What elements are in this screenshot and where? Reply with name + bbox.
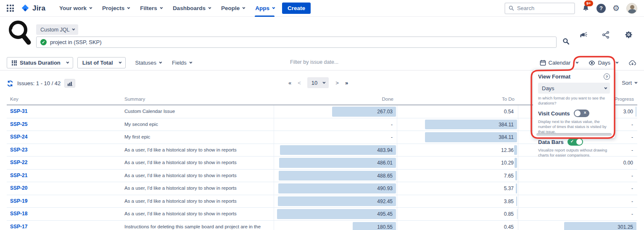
done-duration-cell: - (274, 118, 397, 131)
inprogress-duration-cell: 301.25 (518, 221, 637, 230)
todo-duration-cell: 5.37 (397, 182, 518, 195)
jira-logo[interactable]: Jira (21, 4, 45, 13)
issue-key-link[interactable]: SSP-20 (10, 185, 27, 191)
issue-date-filter-input[interactable]: Filter by issue date... (290, 59, 338, 65)
nav-item-dashboards[interactable]: Dashboards (168, 0, 215, 17)
issue-key-link[interactable]: SSP-19 (10, 198, 27, 204)
column-header-done[interactable]: Done (274, 95, 397, 105)
help-button[interactable]: ? (596, 4, 606, 13)
pagination-next-button[interactable]: > (335, 80, 338, 86)
todo-data-bar (516, 183, 517, 193)
todo-data-bar (517, 209, 517, 219)
todo-data-bar (515, 158, 517, 168)
issue-key-link[interactable]: SSP-21 (10, 172, 27, 178)
jql-valid-icon: ✓ (40, 39, 47, 45)
nav-item-your-work[interactable]: Your work (55, 0, 96, 17)
issue-key-link[interactable]: SSP-18 (10, 211, 27, 217)
issue-summary: As a user, I'd like a historical story t… (121, 195, 274, 208)
issue-summary: As a user, I'd like a historical story t… (121, 157, 274, 169)
chevron-down-icon (208, 6, 211, 9)
calendar-dropdown[interactable]: Calendar (536, 58, 582, 68)
cloud-sync-icon[interactable] (624, 58, 637, 68)
report-type-dropdown[interactable]: Status Duration (7, 57, 73, 68)
todo-data-bar (514, 145, 517, 155)
column-header-key[interactable]: Key (7, 95, 121, 105)
view-format-select[interactable]: Days (538, 83, 610, 94)
create-button[interactable]: Create (282, 3, 311, 14)
done-duration-cell: 486.01 (274, 157, 397, 169)
chevron-down-icon (604, 86, 607, 89)
announcement-megaphone-icon[interactable] (578, 30, 587, 39)
panel-scrollbar[interactable] (536, 133, 612, 136)
issue-key-link[interactable]: SSP-31 (10, 108, 27, 114)
pagination-last-button[interactable]: » (345, 80, 348, 86)
statuses-dropdown[interactable]: Statuses (130, 60, 167, 66)
settings-gear-icon[interactable]: ⚙ (612, 4, 620, 12)
inprogress-duration-cell: - (518, 170, 637, 182)
brand-name: Jira (32, 4, 45, 13)
column-header-todo[interactable]: To Do (397, 95, 518, 105)
nav-item-people[interactable]: People (216, 0, 249, 17)
share-icon[interactable] (602, 31, 610, 39)
jql-input[interactable]: ✓ project in (SSP, SKP) (36, 37, 557, 48)
query-mode-dropdown[interactable]: Custom JQL (36, 24, 78, 35)
visit-counts-help-text: Display next to the status value, the nu… (538, 119, 610, 134)
todo-duration-cell: 10.29 (397, 157, 518, 169)
chevron-down-icon (72, 28, 75, 31)
issue-key-link[interactable]: SSP-25 (10, 121, 27, 127)
inprogress-duration-cell: - (518, 208, 637, 220)
sort-dropdown[interactable]: Sort (622, 80, 636, 86)
chevron-down-icon (89, 6, 92, 9)
chevron-down-icon (272, 6, 275, 9)
run-query-button[interactable] (562, 38, 570, 45)
table-row: SSP-17 Instructions for deleting this sa… (7, 221, 637, 230)
chevron-down-icon (127, 6, 130, 9)
view-format-help-text: In which format do you want to see the d… (538, 96, 610, 106)
todo-duration-cell: 0.54 (397, 105, 518, 118)
app-switcher-icon[interactable] (7, 5, 14, 12)
issue-summary: Custom Calendar Issue (121, 105, 274, 118)
global-search-input[interactable]: Search (504, 3, 575, 14)
nav-item-filters[interactable]: Filters (135, 0, 166, 17)
search-icon (509, 5, 514, 11)
pagination: « < 10 > » (288, 77, 348, 88)
inprogress-duration-cell: 0.00 (518, 157, 637, 169)
user-avatar[interactable] (626, 3, 637, 14)
done-duration-cell: 490.93 (274, 182, 397, 195)
issue-key-link[interactable]: SSP-23 (10, 147, 27, 153)
table-row: SSP-19 As a user, I'd like a historical … (7, 195, 637, 208)
help-question-icon[interactable]: ? (604, 73, 610, 80)
issue-summary: As a user, I'd like a historical story t… (121, 208, 274, 220)
issue-key-link[interactable]: SSP-22 (10, 159, 27, 165)
view-format-title: View Format (538, 73, 570, 80)
report-toolbar: Status Duration List of Total Statuses F… (0, 55, 644, 71)
refresh-icon[interactable] (7, 80, 13, 87)
fields-dropdown[interactable]: Fields (166, 60, 197, 66)
todo-duration-cell: 384.11 (397, 118, 518, 131)
chart-view-button[interactable] (64, 79, 75, 88)
table-row: SSP-22 As a user, I'd like a historical … (7, 157, 637, 170)
issue-key-link[interactable]: SSP-24 (10, 134, 27, 140)
pagination-prev-button[interactable]: < (298, 80, 301, 86)
data-bars-toggle[interactable]: ✓ (567, 138, 583, 146)
issue-key-link[interactable]: SSP-17 (10, 224, 27, 230)
column-header-summary[interactable]: Summary (121, 95, 274, 105)
inprogress-duration-cell: - (518, 182, 637, 195)
page-size-select[interactable]: 10 (307, 77, 329, 88)
aggregation-dropdown[interactable]: List of Total (77, 57, 126, 68)
todo-duration-cell: 384.11 (397, 131, 518, 144)
search-placeholder: Search (517, 5, 534, 11)
issues-count-label: Issues: 1 - 10 / 42 (17, 80, 61, 86)
done-duration-cell: 483.94 (274, 144, 397, 157)
notifications-button[interactable]: 9+ (582, 4, 590, 12)
done-duration-cell: 180.55 (274, 221, 397, 230)
report-settings-gear-icon[interactable] (624, 30, 633, 39)
table-row: SSP-20 As a user, I'd like a historical … (7, 182, 637, 195)
nav-item-apps[interactable]: Apps (251, 0, 279, 17)
done-duration-cell: 492.45 (274, 195, 397, 208)
nav-item-projects[interactable]: Projects (98, 0, 134, 17)
view-settings-panel: View Format ? Days In which format do yo… (533, 70, 615, 138)
visit-counts-toggle[interactable]: × (574, 110, 589, 117)
pagination-first-button[interactable]: « (288, 80, 291, 86)
view-format-dropdown[interactable]: Days (584, 58, 622, 68)
